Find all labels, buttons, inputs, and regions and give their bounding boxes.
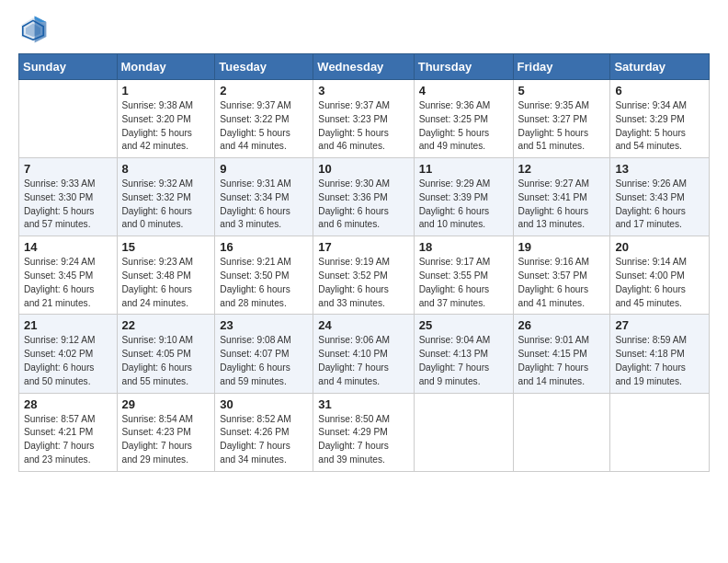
calendar-weekday-monday: Monday <box>117 54 215 80</box>
day-number: 25 <box>419 318 508 332</box>
day-number: 6 <box>615 84 704 98</box>
day-info: Sunrise: 9:17 AMSunset: 3:55 PMDaylight:… <box>419 256 508 310</box>
calendar-weekday-wednesday: Wednesday <box>313 54 414 80</box>
calendar-weekday-saturday: Saturday <box>610 54 710 80</box>
calendar-day-28: 28Sunrise: 8:57 AMSunset: 4:21 PMDayligh… <box>19 393 118 471</box>
day-info: Sunrise: 9:32 AMSunset: 3:32 PMDaylight:… <box>122 178 210 232</box>
calendar-day-16: 16Sunrise: 9:21 AMSunset: 3:50 PMDayligh… <box>215 236 313 315</box>
calendar-day-30: 30Sunrise: 8:52 AMSunset: 4:26 PMDayligh… <box>215 393 313 471</box>
day-number: 28 <box>24 397 112 411</box>
calendar-empty-cell <box>610 393 710 471</box>
day-number: 30 <box>220 397 308 411</box>
day-number: 29 <box>122 397 210 411</box>
day-info: Sunrise: 9:36 AMSunset: 3:25 PMDaylight:… <box>419 99 508 154</box>
calendar-week-row: 7Sunrise: 9:33 AMSunset: 3:30 PMDaylight… <box>19 158 710 236</box>
day-number: 11 <box>419 162 508 176</box>
calendar-week-row: 28Sunrise: 8:57 AMSunset: 4:21 PMDayligh… <box>19 393 710 471</box>
calendar-day-13: 13Sunrise: 9:26 AMSunset: 3:43 PMDayligh… <box>610 158 710 236</box>
calendar-day-11: 11Sunrise: 9:29 AMSunset: 3:39 PMDayligh… <box>414 158 513 236</box>
calendar-day-15: 15Sunrise: 9:23 AMSunset: 3:48 PMDayligh… <box>117 236 215 315</box>
calendar-weekday-tuesday: Tuesday <box>215 54 313 80</box>
day-number: 15 <box>122 240 210 254</box>
day-number: 12 <box>518 162 606 176</box>
calendar-week-row: 21Sunrise: 9:12 AMSunset: 4:02 PMDayligh… <box>19 315 710 393</box>
day-number: 31 <box>318 397 408 411</box>
day-number: 16 <box>220 240 308 254</box>
calendar-day-10: 10Sunrise: 9:30 AMSunset: 3:36 PMDayligh… <box>313 158 414 236</box>
day-number: 27 <box>615 318 704 332</box>
calendar-empty-cell <box>414 393 513 471</box>
day-number: 14 <box>24 240 112 254</box>
day-info: Sunrise: 9:06 AMSunset: 4:10 PMDaylight:… <box>318 334 408 388</box>
day-info: Sunrise: 8:59 AMSunset: 4:18 PMDaylight:… <box>615 334 704 388</box>
day-info: Sunrise: 8:50 AMSunset: 4:29 PMDaylight:… <box>318 413 408 467</box>
day-number: 22 <box>122 318 210 332</box>
day-info: Sunrise: 9:37 AMSunset: 3:22 PMDaylight:… <box>220 99 308 154</box>
calendar-day-17: 17Sunrise: 9:19 AMSunset: 3:52 PMDayligh… <box>313 236 414 315</box>
calendar-day-22: 22Sunrise: 9:10 AMSunset: 4:05 PMDayligh… <box>117 315 215 393</box>
header <box>18 15 710 44</box>
day-number: 9 <box>220 162 308 176</box>
day-info: Sunrise: 9:24 AMSunset: 3:45 PMDaylight:… <box>24 256 112 310</box>
day-number: 2 <box>220 84 308 98</box>
day-number: 20 <box>615 240 704 254</box>
day-number: 19 <box>518 240 606 254</box>
calendar-day-9: 9Sunrise: 9:31 AMSunset: 3:34 PMDaylight… <box>215 158 313 236</box>
day-number: 1 <box>122 84 210 98</box>
day-info: Sunrise: 9:21 AMSunset: 3:50 PMDaylight:… <box>220 256 308 310</box>
day-number: 21 <box>24 318 112 332</box>
calendar-weekday-thursday: Thursday <box>414 54 513 80</box>
day-number: 7 <box>24 162 112 176</box>
day-info: Sunrise: 9:33 AMSunset: 3:30 PMDaylight:… <box>24 178 112 232</box>
calendar-day-31: 31Sunrise: 8:50 AMSunset: 4:29 PMDayligh… <box>313 393 414 471</box>
day-number: 5 <box>518 84 606 98</box>
day-info: Sunrise: 8:57 AMSunset: 4:21 PMDaylight:… <box>24 413 112 467</box>
day-info: Sunrise: 9:04 AMSunset: 4:13 PMDaylight:… <box>419 334 508 388</box>
day-info: Sunrise: 9:23 AMSunset: 3:48 PMDaylight:… <box>122 256 210 310</box>
calendar-day-26: 26Sunrise: 9:01 AMSunset: 4:15 PMDayligh… <box>513 315 610 393</box>
calendar-table: SundayMondayTuesdayWednesdayThursdayFrid… <box>18 53 710 472</box>
calendar-day-1: 1Sunrise: 9:38 AMSunset: 3:20 PMDaylight… <box>117 80 215 158</box>
calendar-day-8: 8Sunrise: 9:32 AMSunset: 3:32 PMDaylight… <box>117 158 215 236</box>
day-info: Sunrise: 9:30 AMSunset: 3:36 PMDaylight:… <box>318 178 408 232</box>
day-number: 17 <box>318 240 408 254</box>
day-number: 26 <box>518 318 606 332</box>
calendar-day-3: 3Sunrise: 9:37 AMSunset: 3:23 PMDaylight… <box>313 80 414 158</box>
day-number: 24 <box>318 318 408 332</box>
day-info: Sunrise: 9:38 AMSunset: 3:20 PMDaylight:… <box>122 99 210 154</box>
day-info: Sunrise: 9:27 AMSunset: 3:41 PMDaylight:… <box>518 178 606 232</box>
day-info: Sunrise: 9:35 AMSunset: 3:27 PMDaylight:… <box>518 99 606 154</box>
calendar-empty-cell <box>513 393 610 471</box>
day-number: 8 <box>122 162 210 176</box>
calendar-week-row: 1Sunrise: 9:38 AMSunset: 3:20 PMDaylight… <box>19 80 710 158</box>
day-number: 13 <box>615 162 704 176</box>
day-number: 4 <box>419 84 508 98</box>
calendar-empty-cell <box>19 80 118 158</box>
calendar-day-20: 20Sunrise: 9:14 AMSunset: 4:00 PMDayligh… <box>610 236 710 315</box>
calendar-header-row: SundayMondayTuesdayWednesdayThursdayFrid… <box>19 54 710 80</box>
logo-icon <box>18 15 48 44</box>
day-info: Sunrise: 9:29 AMSunset: 3:39 PMDaylight:… <box>419 178 508 232</box>
day-info: Sunrise: 9:16 AMSunset: 3:57 PMDaylight:… <box>518 256 606 310</box>
day-info: Sunrise: 9:37 AMSunset: 3:23 PMDaylight:… <box>318 99 408 154</box>
day-info: Sunrise: 9:14 AMSunset: 4:00 PMDaylight:… <box>615 256 704 310</box>
calendar-day-12: 12Sunrise: 9:27 AMSunset: 3:41 PMDayligh… <box>513 158 610 236</box>
calendar-day-6: 6Sunrise: 9:34 AMSunset: 3:29 PMDaylight… <box>610 80 710 158</box>
calendar-day-25: 25Sunrise: 9:04 AMSunset: 4:13 PMDayligh… <box>414 315 513 393</box>
day-info: Sunrise: 9:10 AMSunset: 4:05 PMDaylight:… <box>122 334 210 388</box>
day-info: Sunrise: 8:52 AMSunset: 4:26 PMDaylight:… <box>220 413 308 467</box>
calendar-week-row: 14Sunrise: 9:24 AMSunset: 3:45 PMDayligh… <box>19 236 710 315</box>
day-info: Sunrise: 9:26 AMSunset: 3:43 PMDaylight:… <box>615 178 704 232</box>
calendar-day-2: 2Sunrise: 9:37 AMSunset: 3:22 PMDaylight… <box>215 80 313 158</box>
calendar-weekday-sunday: Sunday <box>19 54 118 80</box>
day-info: Sunrise: 8:54 AMSunset: 4:23 PMDaylight:… <box>122 413 210 467</box>
day-info: Sunrise: 9:01 AMSunset: 4:15 PMDaylight:… <box>518 334 606 388</box>
day-number: 10 <box>318 162 408 176</box>
logo <box>18 15 51 44</box>
page: SundayMondayTuesdayWednesdayThursdayFrid… <box>0 0 728 563</box>
calendar-day-5: 5Sunrise: 9:35 AMSunset: 3:27 PMDaylight… <box>513 80 610 158</box>
day-number: 18 <box>419 240 508 254</box>
day-info: Sunrise: 9:34 AMSunset: 3:29 PMDaylight:… <box>615 99 704 154</box>
calendar-day-24: 24Sunrise: 9:06 AMSunset: 4:10 PMDayligh… <box>313 315 414 393</box>
calendar-day-21: 21Sunrise: 9:12 AMSunset: 4:02 PMDayligh… <box>19 315 118 393</box>
